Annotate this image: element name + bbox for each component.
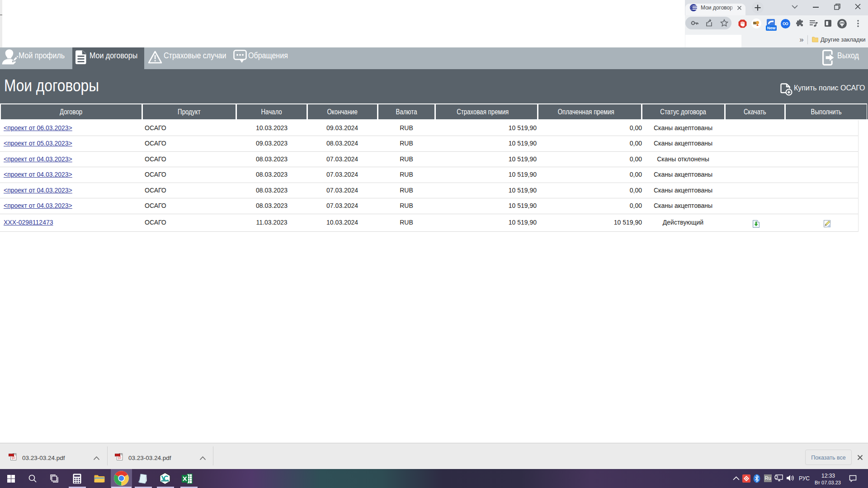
svg-text:VeraCrypt: VeraCrypt bbox=[162, 480, 168, 482]
